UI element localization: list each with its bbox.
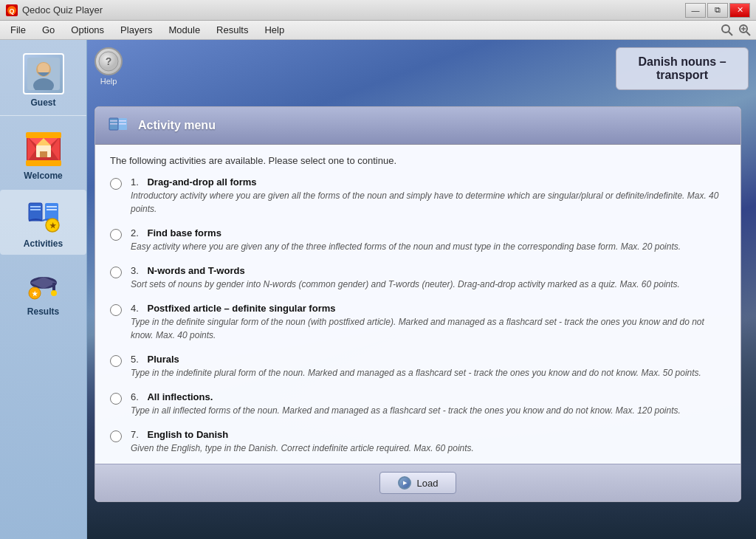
activity-title-4: Postfixed article – definite singular fo… [147, 303, 335, 314]
window-title: Qedoc Quiz Player [22, 4, 103, 16]
activity-radio-6[interactable] [110, 393, 122, 405]
activity-content-5: 5. Plurals Type in the indefinite plural… [131, 354, 726, 380]
activity-item-7: 7. English to Danish Given the English, … [110, 429, 726, 455]
activity-number-2: 2. [131, 227, 139, 238]
svg-line-3 [729, 32, 732, 35]
activity-item-5: 5. Plurals Type in the indefinite plural… [110, 354, 726, 380]
menu-item-options[interactable]: Options [63, 23, 111, 37]
activity-title-3: N-words and T-words [147, 265, 244, 276]
help-button[interactable]: ? Help [94, 47, 123, 86]
guest-section: Guest [0, 46, 86, 116]
sidebar-item-results[interactable]: ★ Results [0, 258, 86, 323]
activity-desc-5: Type in the indefinite plural form of th… [131, 366, 726, 380]
sidebar-item-activities[interactable]: ★ Activities [0, 190, 86, 255]
avatar [23, 53, 64, 95]
window-controls[interactable]: — ⧉ ✕ [685, 3, 750, 18]
activity-title-1: Drag-and-drop all forms [147, 176, 256, 188]
activity-content-1: 1. Drag-and-drop all forms Introductory … [131, 176, 726, 216]
results-icon: ★ [23, 264, 64, 305]
help-label: Help [100, 77, 117, 86]
results-label: Results [27, 306, 59, 317]
welcome-icon [23, 128, 64, 169]
activity-radio-3[interactable] [110, 267, 122, 278]
panel-content[interactable]: The following activities are available. … [95, 145, 740, 464]
activities-label: Activities [24, 238, 63, 249]
restore-button[interactable]: ⧉ [707, 3, 728, 18]
activities-list: 1. Drag-and-drop all forms Introductory … [110, 176, 726, 455]
activity-desc-1: Introductory activity where you are give… [131, 189, 726, 216]
app-icon: Q [6, 4, 18, 16]
svg-rect-25 [30, 206, 41, 207]
activity-radio-1[interactable] [110, 178, 122, 190]
menu-item-module[interactable]: Module [161, 23, 207, 37]
activity-number-6: 6. [131, 391, 139, 402]
activity-title-5: Plurals [147, 354, 179, 365]
activity-number-1: 1. [131, 176, 139, 188]
svg-point-2 [722, 25, 729, 32]
activity-item-1: 1. Drag-and-drop all forms Introductory … [110, 176, 726, 216]
activity-desc-7: Given the English, type in the Danish. C… [131, 442, 726, 455]
load-row: Load [95, 464, 740, 501]
minimize-button[interactable]: — [685, 3, 706, 18]
menu-item-results[interactable]: Results [209, 23, 255, 37]
activity-title-7: English to Danish [147, 429, 228, 440]
menu-item-go[interactable]: Go [35, 23, 62, 37]
activity-content-4: 4. Postfixed article – definite singular… [131, 303, 726, 342]
activity-desc-6: Type in all inflected forms of the noun.… [131, 404, 726, 417]
svg-rect-43 [110, 123, 117, 125]
menu-item-help[interactable]: Help [257, 23, 292, 37]
titlebar: Q Qedoc Quiz Player — ⧉ ✕ [0, 0, 756, 21]
svg-text:?: ? [106, 55, 112, 67]
svg-rect-27 [47, 206, 57, 207]
load-button[interactable]: Load [379, 472, 457, 494]
svg-line-5 [746, 32, 750, 35]
svg-rect-44 [119, 120, 126, 122]
activity-item-3: 3. N-words and T-words Sort sets of noun… [110, 265, 726, 291]
activity-desc-4: Type in the definite singular form of th… [131, 315, 726, 342]
svg-rect-28 [47, 209, 57, 210]
sidebar: Guest Welcome [0, 40, 87, 539]
svg-rect-26 [30, 209, 41, 210]
activity-desc-2: Easy activity where you are given any of… [131, 240, 726, 253]
sidebar-item-welcome[interactable]: Welcome [0, 122, 86, 187]
svg-rect-22 [29, 203, 42, 221]
load-icon [398, 476, 411, 490]
menu-item-players[interactable]: Players [113, 23, 159, 37]
activity-number-7: 7. [131, 429, 139, 440]
zoom-icon[interactable] [737, 22, 753, 38]
activity-number-4: 4. [131, 303, 139, 314]
menubar: FileGoOptionsPlayersModuleResultsHelp [0, 21, 756, 40]
module-title-text: Danish nouns –transport [638, 55, 726, 81]
activities-icon: ★ [23, 196, 64, 237]
svg-rect-21 [40, 151, 47, 157]
content-area: Danish nouns –transport ? Help [87, 40, 756, 539]
activity-radio-5[interactable] [110, 355, 122, 367]
activity-radio-4[interactable] [110, 304, 122, 316]
svg-rect-42 [110, 120, 117, 122]
activity-content-3: 3. N-words and T-words Sort sets of noun… [131, 265, 726, 291]
menu-item-file[interactable]: File [3, 23, 33, 37]
panel-header: Activity menu [95, 107, 740, 145]
activity-content-7: 7. English to Danish Given the English, … [131, 429, 726, 455]
activity-item-4: 4. Postfixed article – definite singular… [110, 303, 726, 342]
svg-rect-18 [26, 160, 61, 166]
activity-radio-7[interactable] [110, 430, 122, 442]
svg-rect-45 [119, 123, 126, 125]
close-button[interactable]: ✕ [729, 3, 750, 18]
search-icon[interactable] [719, 22, 735, 38]
module-title: Danish nouns –transport [616, 47, 749, 90]
panel-intro: The following activities are available. … [110, 155, 726, 166]
panel-header-icon [107, 114, 129, 137]
activity-content-2: 2. Find base forms Easy activity where y… [131, 227, 726, 253]
panel-title: Activity menu [138, 119, 216, 132]
titlebar-left: Q Qedoc Quiz Player [6, 4, 103, 16]
activity-radio-2[interactable] [110, 229, 122, 241]
svg-text:Q: Q [9, 7, 14, 15]
svg-rect-17 [26, 132, 61, 138]
activity-number-3: 3. [131, 265, 139, 276]
guest-label: Guest [30, 97, 55, 108]
activity-content-6: 6. All inflections. Type in all inflecte… [131, 391, 726, 417]
svg-text:★: ★ [32, 290, 38, 298]
welcome-label: Welcome [24, 171, 62, 181]
help-icon: ? [94, 47, 123, 75]
